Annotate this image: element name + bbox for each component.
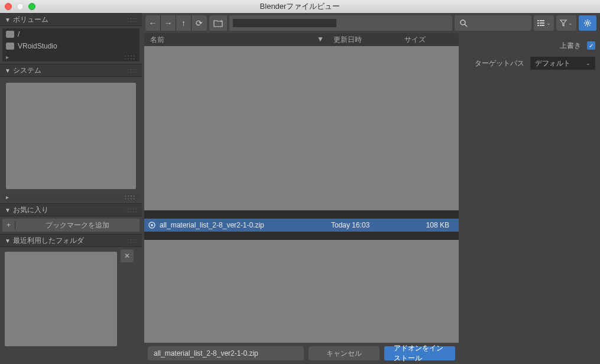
svg-rect-5 [537,22,539,24]
file-row-selected[interactable]: all_material_list_2-8_ver2-1-0.zip Today… [144,219,459,232]
nav-up-button[interactable]: ↑ [176,15,192,31]
add-bookmark-label: ブックマークを追加 [15,220,140,230]
add-bookmark-button[interactable]: + ブックマークを追加 [2,219,140,232]
path-input[interactable] [229,15,452,31]
folder-plus-icon: + [213,19,223,27]
filename-value: all_material_list_2-8_ver2-1-0.zip [154,349,258,358]
system-list-area[interactable] [6,83,136,189]
svg-point-9 [586,22,589,24]
list-icon [537,20,545,27]
volume-label: / [18,30,20,38]
overwrite-checkbox[interactable]: ✓ [587,41,595,50]
system-title: システム [13,66,41,76]
arrow-up-icon: ↑ [181,18,186,28]
window-title: Blenderファイルビュー [0,1,600,12]
grip-icon: :::: [127,67,138,74]
funnel-icon [560,20,567,27]
svg-rect-3 [537,20,539,21]
cancel-button[interactable]: キャンセル [309,346,380,360]
settings-button[interactable] [579,15,596,31]
chevron-down-icon: ⌄ [546,20,551,26]
titlebar: Blenderファイルビュー [0,0,600,13]
search-icon [459,19,468,27]
arrow-right-icon: → [164,18,173,28]
favorites-title: お気に入り [13,205,48,215]
toolbar: ← → ↑ ⟳ + ⌄ [142,13,600,33]
display-mode-dropdown[interactable]: ⌄ [534,15,554,31]
file-list-area-top[interactable] [144,46,459,210]
file-row-partial[interactable] [144,232,459,240]
nav-back-button[interactable]: ← [145,15,161,31]
window-zoom-button[interactable] [28,3,35,10]
expand-icon[interactable]: ▸ [6,194,9,200]
target-path-label: ターゲットパス [475,58,524,69]
grip-icon: :::: [125,54,136,60]
svg-rect-7 [537,25,539,26]
footer: all_material_list_2-8_ver2-1-0.zip キャンセル… [144,343,459,364]
grip-icon: :::: [127,207,138,213]
favorites-panel-header[interactable]: ▼ お気に入り :::: [0,203,142,216]
arrow-left-icon: ← [149,18,157,28]
check-icon: ✓ [589,43,593,49]
grip-icon: :::: [127,238,138,244]
expand-icon[interactable]: ▸ [6,54,9,60]
file-list-area-bottom[interactable] [144,240,459,343]
svg-rect-4 [540,20,544,21]
gear-icon [583,19,592,27]
recent-panel-header[interactable]: ▼ 最近利用したフォルダ :::: [0,234,142,247]
recent-list-area[interactable] [5,252,117,346]
window-minimize-button[interactable] [17,3,24,10]
svg-text:+: + [220,19,223,24]
file-name: all_material_list_2-8_ver2-1-0.zip [160,221,331,229]
volumes-title: ボリューム [13,15,48,25]
svg-line-14 [585,21,586,21]
volumes-panel-header[interactable]: ▼ ボリューム :::: [0,13,142,26]
window-close-button[interactable] [5,3,12,10]
target-path-select[interactable]: デフォルト ⌄ [530,57,595,70]
grip-icon: :::: [125,194,136,200]
close-icon: ✕ [124,252,130,260]
file-size: 108 KB [402,221,449,229]
volume-item-root[interactable]: / [2,28,140,40]
svg-rect-6 [540,22,544,24]
blend-file-icon [148,221,156,229]
content-area: ← → ↑ ⟳ + ⌄ [142,13,600,364]
nav-refresh-button[interactable]: ⟳ [192,15,207,31]
svg-line-2 [465,24,467,27]
nav-forward-button[interactable]: → [161,15,176,31]
disclosure-triangle-icon: ▼ [5,17,11,23]
disclosure-triangle-icon: ▼ [5,67,11,74]
svg-line-16 [585,25,586,25]
recent-title: 最近利用したフォルダ [13,236,84,246]
grip-icon: :::: [127,17,138,23]
plus-icon: + [2,221,15,229]
search-input[interactable] [455,15,531,31]
sidebar: ▼ ボリューム :::: / VRoidStudio ▸ :::: [0,13,142,364]
install-addon-button[interactable]: アドオンをインストール [384,346,455,360]
column-header-name[interactable]: 名前 ▼ [144,35,327,45]
chevron-down-icon: ⌄ [586,60,591,66]
svg-point-1 [460,20,465,25]
file-row-partial[interactable] [144,210,459,219]
target-path-value: デフォルト [535,58,570,69]
overwrite-label: 上書き [560,41,581,51]
path-value [233,19,336,27]
volume-item-vroidstudio[interactable]: VRoidStudio [2,40,140,52]
filename-input[interactable]: all_material_list_2-8_ver2-1-0.zip [148,346,304,360]
disk-icon [6,43,14,50]
file-date: Today 16:03 [331,221,402,229]
volume-label: VRoidStudio [18,42,57,50]
svg-line-15 [589,25,590,25]
properties-panel: 上書き ✓ ターゲットパス デフォルト ⌄ [460,33,600,364]
svg-point-19 [151,224,153,226]
sort-desc-icon: ▼ [317,35,324,45]
disclosure-triangle-icon: ▼ [5,238,11,244]
new-folder-button[interactable]: + [209,15,227,31]
column-header-size[interactable]: サイズ [398,35,446,45]
svg-line-17 [589,21,590,21]
filter-dropdown[interactable]: ⌄ [556,15,576,31]
chevron-down-icon: ⌄ [568,20,573,26]
column-header-date[interactable]: 更新日時 [327,35,398,45]
clear-recent-button[interactable]: ✕ [121,249,134,262]
system-panel-header[interactable]: ▼ システム :::: [0,64,142,77]
